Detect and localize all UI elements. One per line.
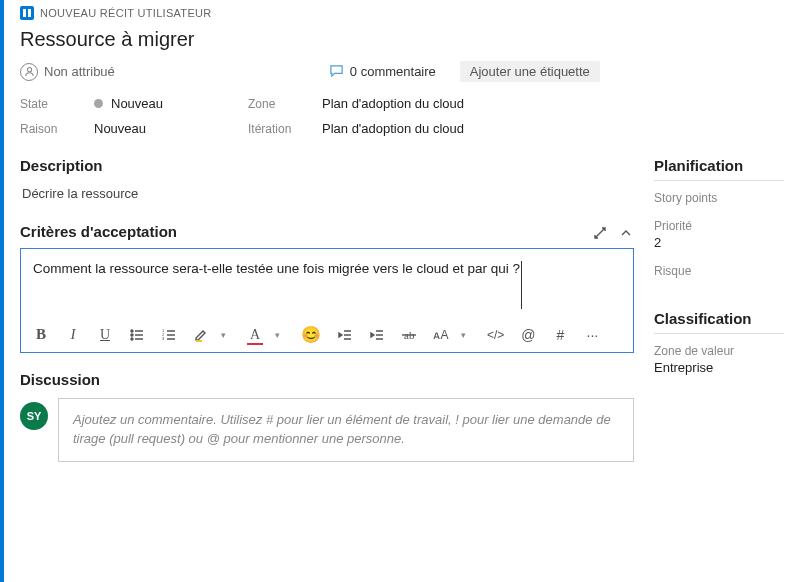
discussion-title: Discussion [20, 371, 634, 388]
avatar: SY [20, 402, 48, 430]
state-label: State [20, 97, 80, 111]
comment-input[interactable]: Ajoutez un commentaire. Utilisez # pour … [58, 398, 634, 462]
assignee-picker[interactable]: Non attribué [20, 63, 115, 81]
svg-rect-1 [28, 9, 31, 17]
value-area-label: Zone de valeur [654, 344, 784, 358]
work-item-type-icon [20, 6, 34, 20]
comment-icon [329, 63, 344, 81]
work-item-type: NOUVEAU RÉCIT UTILISATEUR [40, 7, 212, 19]
svg-point-4 [131, 334, 133, 336]
iteration-label: Itération [248, 122, 308, 136]
add-tag-button[interactable]: Ajouter une étiquette [460, 61, 600, 82]
outdent-button[interactable] [337, 327, 353, 343]
svg-text:3: 3 [162, 336, 165, 341]
description-text[interactable]: Décrire la ressource [20, 184, 634, 223]
story-points-label: Story points [654, 191, 784, 205]
chevron-down-icon[interactable]: ▾ [455, 330, 471, 340]
reason-label: Raison [20, 122, 80, 136]
comments-link[interactable]: 0 commentaire [329, 63, 436, 81]
indent-button[interactable] [369, 327, 385, 343]
mention-button[interactable]: @ [520, 327, 536, 343]
collapse-icon[interactable] [618, 225, 634, 244]
acceptance-text: Comment la ressource sera-t-elle testée … [33, 261, 522, 309]
chevron-down-icon[interactable]: ▾ [269, 330, 285, 340]
description-title: Description [20, 157, 634, 174]
classification-title: Classification [654, 310, 784, 334]
svg-point-5 [131, 338, 133, 340]
strikethrough-button[interactable]: ab [401, 327, 417, 343]
svg-point-3 [131, 330, 133, 332]
planning-title: Planification [654, 157, 784, 181]
italic-button[interactable]: I [65, 326, 81, 343]
area-value[interactable]: Plan d'adoption du cloud [322, 96, 784, 111]
highlight-button[interactable] [193, 327, 209, 343]
hash-button[interactable]: # [552, 327, 568, 343]
priority-label: Priorité [654, 219, 784, 233]
chevron-down-icon[interactable]: ▾ [215, 330, 231, 340]
bullet-list-button[interactable] [129, 327, 145, 343]
reason-value[interactable]: Nouveau [94, 121, 234, 136]
area-label: Zone [248, 97, 308, 111]
assignee-label: Non attribué [44, 64, 115, 79]
code-button[interactable]: </> [487, 328, 504, 342]
acceptance-title: Critères d'acceptation [20, 223, 177, 240]
font-color-button[interactable]: A [247, 327, 263, 343]
svg-rect-0 [23, 9, 26, 17]
svg-point-2 [27, 68, 31, 72]
state-value[interactable]: Nouveau [94, 96, 234, 111]
comments-count: 0 commentaire [350, 64, 436, 79]
rte-toolbar: B I U 123 ▾ A ▾ 😊 ab ᴀA ▾ </> @ [33, 309, 621, 344]
number-list-button[interactable]: 123 [161, 327, 177, 343]
more-button[interactable]: ··· [584, 327, 600, 343]
person-icon [20, 63, 38, 81]
value-area-value[interactable]: Entreprise [654, 360, 784, 375]
fullscreen-icon[interactable] [592, 225, 608, 244]
iteration-value[interactable]: Plan d'adoption du cloud [322, 121, 784, 136]
acceptance-editor[interactable]: Comment la ressource sera-t-elle testée … [20, 248, 634, 353]
priority-value[interactable]: 2 [654, 235, 784, 250]
bold-button[interactable]: B [33, 326, 49, 343]
state-dot-icon [94, 99, 103, 108]
font-size-button[interactable]: ᴀA [433, 328, 449, 342]
underline-button[interactable]: U [97, 327, 113, 343]
risk-label: Risque [654, 264, 784, 278]
emoji-button[interactable]: 😊 [301, 325, 321, 344]
page-title[interactable]: Ressource à migrer [20, 20, 784, 61]
